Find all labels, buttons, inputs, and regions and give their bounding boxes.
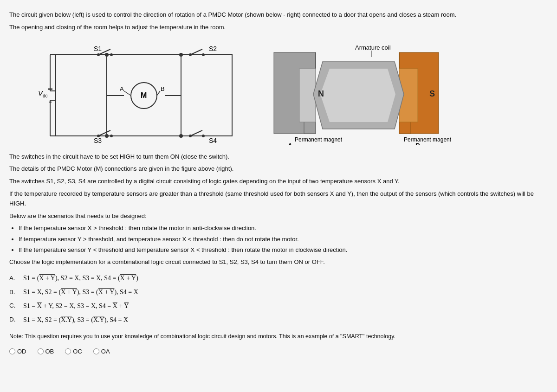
svg-line-41 (190, 130, 202, 136)
answer-b-formula: S1 = X, S2 = (X + Y), S3 = (X + Y), S4 =… (23, 287, 138, 298)
radio-oc-label: OC (73, 348, 82, 355)
svg-text:Permanent magent: Permanent magent (404, 136, 452, 143)
radio-options: OD OB OC OA (9, 348, 548, 355)
svg-text:S1: S1 (94, 45, 102, 52)
answer-b-label: B. (9, 287, 19, 298)
scenario-2: If temperature sensor Y > threshold, and… (19, 235, 548, 244)
answer-c-formula: S1 = X + Y, S2 = X, S3 = X, S4 = X + Y (23, 301, 129, 312)
svg-point-22 (202, 53, 205, 56)
answer-a-label: A. (9, 273, 19, 284)
answer-d-formula: S1 = X, S2 = (X.Y), S3 = (X.Y), S4 = X (23, 315, 128, 326)
radio-od-label: OD (17, 348, 26, 355)
radio-oa-label: OA (101, 348, 110, 355)
svg-text:A: A (120, 85, 124, 92)
body-text2: The details of the PMDC Motor (M) connec… (9, 164, 548, 174)
body-text3: The switches S1, S2, S3, S4 are controll… (9, 177, 548, 186)
svg-text:S: S (429, 89, 435, 98)
svg-text:B: B (415, 142, 420, 145)
intro-line1: The circuit given below (left) is used t… (9, 10, 548, 20)
svg-text:Armature coil: Armature coil (355, 44, 391, 51)
body-text4: If the temperature recorded by temperatu… (9, 189, 548, 209)
svg-text:Permanent magnet: Permanent magnet (295, 136, 343, 143)
answer-a-row[interactable]: A. S1 = (X + Y), S2 = X, S3 = X, S4 = (X… (9, 273, 548, 284)
svg-line-21 (190, 49, 202, 55)
choose-text: Choose the logic implementation for a co… (9, 257, 548, 267)
intro-section: The circuit given below (left) is used t… (9, 10, 548, 32)
answers-section: A. S1 = (X + Y), S2 = X, S3 = X, S4 = (X… (9, 273, 548, 325)
svg-line-28 (157, 91, 160, 96)
svg-marker-59 (320, 69, 395, 122)
svg-marker-54 (299, 69, 316, 122)
radio-ob-label: OB (45, 348, 54, 355)
circuit-diagram: V dc S1 S2 (9, 41, 251, 148)
answer-c-label: C. (9, 301, 19, 311)
body-text1: The switches in the circuit have to be s… (9, 152, 548, 162)
svg-line-36 (98, 130, 110, 136)
answer-a-formula: S1 = (X + Y), S2 = X, S3 = X, S4 = (X + … (23, 273, 138, 284)
answer-d-label: D. (9, 315, 19, 325)
diagram-section: V dc S1 S2 (9, 41, 548, 148)
svg-text:B: B (161, 85, 165, 92)
radio-input-od[interactable] (9, 348, 15, 354)
radio-input-oa[interactable] (93, 348, 99, 354)
svg-point-48 (179, 134, 183, 138)
motor-diagram: Armature coil N S Permanent ma (269, 43, 464, 145)
svg-point-42 (202, 135, 205, 137)
radio-oc[interactable]: OC (65, 348, 82, 355)
svg-text:S4: S4 (209, 137, 217, 144)
radio-ob[interactable]: OB (38, 348, 54, 355)
svg-line-26 (124, 91, 131, 96)
radio-input-ob[interactable] (38, 348, 44, 354)
scenario-1: If the temperature sensor X > threshold … (19, 224, 548, 233)
radio-input-oc[interactable] (65, 348, 71, 354)
body-section: The switches in the circuit have to be s… (9, 152, 548, 267)
intro-line2: The opening and closing of the room help… (9, 23, 548, 32)
svg-point-46 (179, 53, 183, 57)
answer-b-row[interactable]: B. S1 = X, S2 = (X + Y), S3 = (X + Y), S… (9, 287, 548, 298)
radio-od[interactable]: OD (9, 348, 26, 355)
radio-oa[interactable]: OA (93, 348, 110, 355)
svg-point-45 (105, 53, 109, 57)
body-text5: Below are the scenarios that needs to be… (9, 212, 548, 221)
svg-text:S3: S3 (94, 137, 102, 144)
svg-text:S2: S2 (209, 45, 217, 52)
scenarios-list: If the temperature sensor X > threshold … (19, 224, 548, 255)
answer-c-row[interactable]: C. S1 = X + Y, S2 = X, S3 = X, S4 = X + … (9, 301, 548, 312)
svg-text:N: N (318, 89, 324, 98)
svg-text:M: M (141, 91, 147, 99)
svg-text:dc: dc (43, 93, 48, 98)
svg-point-47 (105, 134, 109, 138)
svg-text:A: A (288, 142, 292, 145)
note-text: Note: This question requires you to use … (9, 332, 548, 341)
scenario-3: If the temperature sensor Y < threshold … (19, 245, 548, 255)
answer-d-row[interactable]: D. S1 = X, S2 = (X.Y), S3 = (X.Y), S4 = … (9, 315, 548, 326)
